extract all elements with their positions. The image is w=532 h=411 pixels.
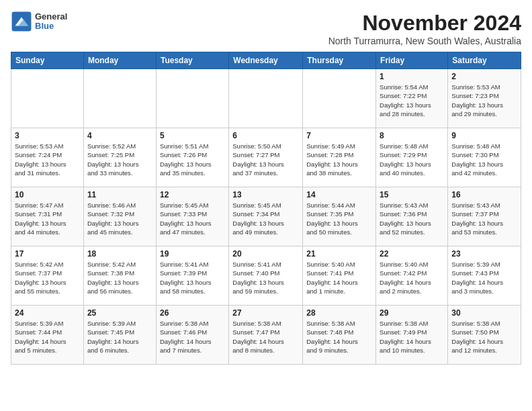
day-number: 12: [160, 190, 225, 199]
location: North Turramurra, New South Wales, Austr…: [328, 36, 521, 46]
calendar-cell: 28Sunrise: 5:38 AM Sunset: 7:48 PM Dayli…: [303, 306, 376, 365]
day-info: Sunrise: 5:42 AM Sunset: 7:38 PM Dayligh…: [87, 260, 152, 295]
day-info: Sunrise: 5:52 AM Sunset: 7:25 PM Dayligh…: [87, 142, 152, 177]
calendar-cell: 29Sunrise: 5:38 AM Sunset: 7:49 PM Dayli…: [376, 306, 448, 365]
calendar-header: SundayMondayTuesdayWednesdayThursdayFrid…: [11, 52, 521, 69]
day-number: 13: [232, 190, 299, 199]
day-number: 21: [306, 249, 372, 259]
day-number: 16: [451, 190, 517, 199]
logo-text: General Blue: [35, 12, 67, 32]
calendar-cell: 6Sunrise: 5:50 AM Sunset: 7:27 PM Daylig…: [229, 128, 303, 187]
day-of-week-header: Friday: [376, 52, 448, 69]
header-row: SundayMondayTuesdayWednesdayThursdayFrid…: [11, 52, 521, 69]
calendar-cell: 8Sunrise: 5:48 AM Sunset: 7:29 PM Daylig…: [376, 128, 448, 187]
day-number: 22: [380, 249, 444, 259]
day-info: Sunrise: 5:51 AM Sunset: 7:26 PM Dayligh…: [160, 142, 225, 177]
calendar-cell: 12Sunrise: 5:45 AM Sunset: 7:33 PM Dayli…: [156, 187, 228, 246]
calendar-cell: 4Sunrise: 5:52 AM Sunset: 7:25 PM Daylig…: [83, 128, 156, 187]
calendar-cell: [11, 69, 84, 128]
day-number: 28: [306, 308, 372, 318]
calendar-cell: 1Sunrise: 5:54 AM Sunset: 7:22 PM Daylig…: [376, 69, 448, 128]
calendar-cell: 13Sunrise: 5:45 AM Sunset: 7:34 PM Dayli…: [229, 187, 303, 246]
day-info: Sunrise: 5:39 AM Sunset: 7:43 PM Dayligh…: [451, 260, 517, 295]
calendar-cell: 10Sunrise: 5:47 AM Sunset: 7:31 PM Dayli…: [11, 187, 84, 246]
calendar-cell: 30Sunrise: 5:38 AM Sunset: 7:50 PM Dayli…: [448, 306, 521, 365]
calendar-cell: 14Sunrise: 5:44 AM Sunset: 7:35 PM Dayli…: [303, 187, 376, 246]
day-number: 7: [306, 131, 372, 140]
day-number: 8: [380, 131, 444, 140]
day-number: 25: [87, 308, 152, 318]
day-info: Sunrise: 5:50 AM Sunset: 7:27 PM Dayligh…: [232, 142, 299, 177]
day-number: 26: [160, 308, 225, 318]
day-info: Sunrise: 5:45 AM Sunset: 7:33 PM Dayligh…: [160, 201, 225, 236]
day-number: 29: [380, 308, 444, 318]
day-info: Sunrise: 5:38 AM Sunset: 7:47 PM Dayligh…: [232, 319, 299, 355]
day-of-week-header: Sunday: [11, 52, 84, 69]
calendar-cell: 9Sunrise: 5:48 AM Sunset: 7:30 PM Daylig…: [448, 128, 521, 187]
day-number: 14: [306, 190, 372, 199]
day-info: Sunrise: 5:41 AM Sunset: 7:40 PM Dayligh…: [232, 260, 299, 295]
day-info: Sunrise: 5:54 AM Sunset: 7:22 PM Dayligh…: [380, 83, 444, 118]
calendar-cell: 22Sunrise: 5:40 AM Sunset: 7:42 PM Dayli…: [376, 246, 448, 306]
calendar-cell: [156, 69, 228, 128]
calendar-cell: 27Sunrise: 5:38 AM Sunset: 7:47 PM Dayli…: [229, 306, 303, 365]
day-info: Sunrise: 5:46 AM Sunset: 7:32 PM Dayligh…: [87, 201, 152, 236]
day-of-week-header: Wednesday: [229, 52, 303, 69]
day-info: Sunrise: 5:43 AM Sunset: 7:36 PM Dayligh…: [380, 201, 444, 236]
day-info: Sunrise: 5:38 AM Sunset: 7:50 PM Dayligh…: [451, 319, 517, 355]
calendar-cell: 7Sunrise: 5:49 AM Sunset: 7:28 PM Daylig…: [303, 128, 376, 187]
logo-general: General: [35, 12, 67, 21]
day-number: 20: [232, 249, 299, 259]
day-number: 11: [87, 190, 152, 199]
day-number: 18: [87, 249, 152, 259]
day-info: Sunrise: 5:38 AM Sunset: 7:46 PM Dayligh…: [160, 319, 225, 355]
calendar-week-row: 1Sunrise: 5:54 AM Sunset: 7:22 PM Daylig…: [11, 69, 521, 128]
day-info: Sunrise: 5:43 AM Sunset: 7:37 PM Dayligh…: [451, 201, 517, 236]
day-number: 10: [15, 190, 80, 199]
calendar-cell: [229, 69, 303, 128]
day-info: Sunrise: 5:40 AM Sunset: 7:41 PM Dayligh…: [306, 260, 372, 295]
calendar-week-row: 24Sunrise: 5:39 AM Sunset: 7:44 PM Dayli…: [11, 306, 521, 365]
day-info: Sunrise: 5:47 AM Sunset: 7:31 PM Dayligh…: [15, 201, 80, 236]
day-number: 17: [15, 249, 80, 259]
month-year: November 2024: [328, 11, 521, 36]
day-of-week-header: Tuesday: [156, 52, 228, 69]
day-number: 3: [15, 131, 80, 140]
calendar-cell: 19Sunrise: 5:41 AM Sunset: 7:39 PM Dayli…: [156, 246, 228, 306]
calendar-cell: 5Sunrise: 5:51 AM Sunset: 7:26 PM Daylig…: [156, 128, 228, 187]
logo-icon: [11, 11, 32, 32]
day-info: Sunrise: 5:40 AM Sunset: 7:42 PM Dayligh…: [380, 260, 444, 295]
day-of-week-header: Monday: [83, 52, 156, 69]
day-number: 6: [232, 131, 299, 140]
calendar-week-row: 3Sunrise: 5:53 AM Sunset: 7:24 PM Daylig…: [11, 128, 521, 187]
calendar-cell: 15Sunrise: 5:43 AM Sunset: 7:36 PM Dayli…: [376, 187, 448, 246]
day-info: Sunrise: 5:48 AM Sunset: 7:29 PM Dayligh…: [380, 142, 444, 177]
day-info: Sunrise: 5:48 AM Sunset: 7:30 PM Dayligh…: [451, 142, 517, 177]
day-info: Sunrise: 5:53 AM Sunset: 7:24 PM Dayligh…: [15, 142, 80, 177]
calendar-cell: 24Sunrise: 5:39 AM Sunset: 7:44 PM Dayli…: [11, 306, 84, 365]
day-info: Sunrise: 5:38 AM Sunset: 7:48 PM Dayligh…: [306, 319, 372, 355]
day-number: 15: [380, 190, 444, 199]
day-info: Sunrise: 5:39 AM Sunset: 7:44 PM Dayligh…: [15, 319, 80, 355]
day-of-week-header: Saturday: [448, 52, 521, 69]
day-number: 4: [87, 131, 152, 140]
day-of-week-header: Thursday: [303, 52, 376, 69]
calendar-table: SundayMondayTuesdayWednesdayThursdayFrid…: [11, 52, 521, 365]
calendar-cell: 25Sunrise: 5:39 AM Sunset: 7:45 PM Dayli…: [83, 306, 156, 365]
calendar-cell: [83, 69, 156, 128]
day-info: Sunrise: 5:42 AM Sunset: 7:37 PM Dayligh…: [15, 260, 80, 295]
day-number: 27: [232, 308, 299, 318]
day-number: 24: [15, 308, 80, 318]
title-block: November 2024 North Turramurra, New Sout…: [328, 11, 521, 46]
calendar-cell: 20Sunrise: 5:41 AM Sunset: 7:40 PM Dayli…: [229, 246, 303, 306]
calendar-cell: 16Sunrise: 5:43 AM Sunset: 7:37 PM Dayli…: [448, 187, 521, 246]
calendar-cell: [303, 69, 376, 128]
day-number: 9: [451, 131, 517, 140]
day-number: 5: [160, 131, 225, 140]
calendar-cell: 23Sunrise: 5:39 AM Sunset: 7:43 PM Dayli…: [448, 246, 521, 306]
day-info: Sunrise: 5:49 AM Sunset: 7:28 PM Dayligh…: [306, 142, 372, 177]
calendar-cell: 3Sunrise: 5:53 AM Sunset: 7:24 PM Daylig…: [11, 128, 84, 187]
calendar-cell: 18Sunrise: 5:42 AM Sunset: 7:38 PM Dayli…: [83, 246, 156, 306]
day-number: 2: [451, 72, 517, 81]
calendar-cell: 26Sunrise: 5:38 AM Sunset: 7:46 PM Dayli…: [156, 306, 228, 365]
